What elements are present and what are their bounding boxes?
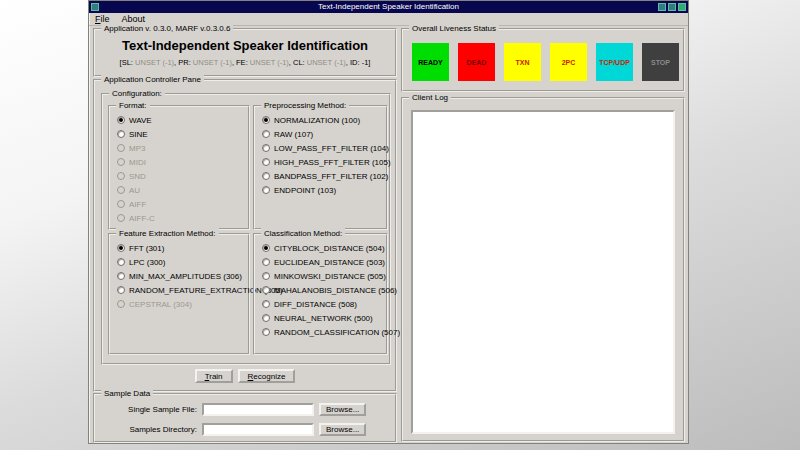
radio-endpoint-103[interactable]: ENDPOINT (103) xyxy=(255,183,386,197)
status-indicator-stop: STOP xyxy=(642,43,679,81)
status-indicator-tcp-udp: TCP/UDP xyxy=(596,43,633,81)
radio-min-max-amplitudes-306[interactable]: MIN_MAX_AMPLITUDES (306) xyxy=(110,269,248,283)
maximize-icon[interactable] xyxy=(668,3,676,11)
radio-label: MP3 xyxy=(129,144,145,153)
radio-label: EUCLIDEAN_DISTANCE (503) xyxy=(274,258,385,267)
app-heading: Text-Independent Speaker Identification xyxy=(95,38,395,53)
train-button[interactable]: Train xyxy=(195,369,233,383)
samples-directory-row: Samples Directory: Browse... xyxy=(95,423,395,436)
controller-pane: Application Controller Pane Configuratio… xyxy=(93,79,397,392)
radio-raw-107[interactable]: RAW (107) xyxy=(255,127,386,141)
window-content: Application v. 0.3.0, MARF v.0.3.0.6 Tex… xyxy=(89,27,688,443)
radio-label: LOW_PASS_FFT_FILTER (104) xyxy=(274,144,389,153)
format-group: Format: WAVESINEMP3MIDISNDAUAIFFAIFF-C xyxy=(108,105,250,230)
close-icon[interactable] xyxy=(678,3,686,11)
radio-button-icon xyxy=(262,116,270,124)
radio-label: FFT (301) xyxy=(129,244,164,253)
radio-normalization-100[interactable]: NORMALIZATION (100) xyxy=(255,113,386,127)
recognize-button[interactable]: Recognize xyxy=(238,369,296,383)
liveness-indicators: READYDEADTXN2PCTCP/UDPSTOP xyxy=(412,43,679,81)
radio-button-icon xyxy=(117,214,125,222)
radio-aiff-c: AIFF-C xyxy=(110,211,248,225)
radio-label: CEPSTRAL (304) xyxy=(129,300,192,309)
radio-button-icon xyxy=(262,272,270,280)
radio-au: AU xyxy=(110,183,248,197)
radio-button-icon xyxy=(262,130,270,138)
format-options: WAVESINEMP3MIDISNDAUAIFFAIFF-C xyxy=(110,107,248,225)
window-title: Text-Independent Speaker Identification xyxy=(89,1,688,13)
radio-lpc-300[interactable]: LPC (300) xyxy=(110,255,248,269)
module-status-line: [SL: UNSET (-1), PR: UNSET (-1), FE: UNS… xyxy=(95,58,395,67)
radio-random-classification-507[interactable]: RANDOM_CLASSIFICATION (507) xyxy=(255,325,386,339)
radio-button-icon xyxy=(117,272,125,280)
radio-button-icon xyxy=(117,200,125,208)
status-part: [SL: xyxy=(120,58,135,67)
radio-button-icon xyxy=(117,130,125,138)
minimize-icon[interactable] xyxy=(658,3,666,11)
app-info-border-title: Application v. 0.3.0, MARF v.0.3.0.6 xyxy=(101,23,233,34)
window-menu-icon[interactable] xyxy=(91,3,99,11)
radio-mahalanobis-distance-506[interactable]: MAHALANOBIS_DISTANCE (506) xyxy=(255,283,386,297)
preprocessing-group-title: Preprocessing Method: xyxy=(261,100,349,111)
radio-button-icon xyxy=(262,186,270,194)
status-part: , CL: xyxy=(289,58,307,67)
action-buttons: Train Recognize xyxy=(95,369,395,383)
status-part: UNSET (-1) xyxy=(250,58,289,67)
radio-high-pass-fft-filter-105[interactable]: HIGH_PASS_FFT_FILTER (105) xyxy=(255,155,386,169)
window-controls xyxy=(658,3,686,11)
status-part: UNSET (-1) xyxy=(307,58,346,67)
radio-label: MIDI xyxy=(129,158,146,167)
client-log-textarea[interactable] xyxy=(411,110,675,434)
classification-group: Classification Method: CITYBLOCK_DISTANC… xyxy=(253,233,388,355)
radio-mp3: MP3 xyxy=(110,141,248,155)
sample-data-panel: Sample Data Single Sample File: Browse..… xyxy=(93,393,397,443)
preprocessing-group: Preprocessing Method: NORMALIZATION (100… xyxy=(253,105,388,230)
radio-cityblock-distance-504[interactable]: CITYBLOCK_DISTANCE (504) xyxy=(255,241,386,255)
radio-low-pass-fft-filter-104[interactable]: LOW_PASS_FFT_FILTER (104) xyxy=(255,141,386,155)
status-indicator-2pc: 2PC xyxy=(550,43,587,81)
radio-button-icon xyxy=(262,300,270,308)
client-log-panel: Client Log xyxy=(401,97,685,442)
radio-fft-301[interactable]: FFT (301) xyxy=(110,241,248,255)
window-titlebar[interactable]: Text-Independent Speaker Identification xyxy=(89,1,688,13)
radio-random-feature-extraction-305[interactable]: RANDOM_FEATURE_EXTRACTION (305) xyxy=(110,283,248,297)
radio-label: NORMALIZATION (100) xyxy=(274,116,360,125)
radio-wave[interactable]: WAVE xyxy=(110,113,248,127)
feature-extraction-group: Feature Extraction Method: FFT (301)LPC … xyxy=(108,233,250,355)
radio-label: AIFF-C xyxy=(129,214,155,223)
samples-directory-input[interactable] xyxy=(202,423,314,436)
classification-group-title: Classification Method: xyxy=(261,228,345,239)
format-group-title: Format: xyxy=(116,100,150,111)
radio-button-icon xyxy=(117,286,125,294)
status-part: , ID: -1] xyxy=(346,58,371,67)
desktop: Text-Independent Speaker Identification … xyxy=(0,0,800,450)
liveness-panel: Overall Liveness Status READYDEADTXN2PCT… xyxy=(401,28,685,92)
radio-snd: SND xyxy=(110,169,248,183)
radio-diff-distance-508[interactable]: DIFF_DISTANCE (508) xyxy=(255,297,386,311)
app-window: Text-Independent Speaker Identification … xyxy=(88,0,689,444)
radio-minkowski-distance-505[interactable]: MINKOWSKI_DISTANCE (505) xyxy=(255,269,386,283)
radio-label: HIGH_PASS_FFT_FILTER (105) xyxy=(274,158,391,167)
browse-file-button[interactable]: Browse... xyxy=(319,403,366,416)
app-info-panel: Application v. 0.3.0, MARF v.0.3.0.6 Tex… xyxy=(93,28,397,77)
single-sample-file-input[interactable] xyxy=(202,403,314,416)
radio-button-icon xyxy=(117,116,125,124)
radio-bandpass-fft-filter-102[interactable]: BANDPASS_FFT_FILTER (102) xyxy=(255,169,386,183)
radio-sine[interactable]: SINE xyxy=(110,127,248,141)
radio-label: MINKOWSKI_DISTANCE (505) xyxy=(274,272,386,281)
radio-label: AU xyxy=(129,186,140,195)
sample-data-border-title: Sample Data xyxy=(101,388,153,399)
radio-neural-network-500[interactable]: NEURAL_NETWORK (500) xyxy=(255,311,386,325)
browse-directory-button[interactable]: Browse... xyxy=(319,423,366,436)
radio-button-icon xyxy=(262,158,270,166)
radio-aiff: AIFF xyxy=(110,197,248,211)
status-indicator-txn: TXN xyxy=(504,43,541,81)
preprocessing-options: NORMALIZATION (100)RAW (107)LOW_PASS_FFT… xyxy=(255,107,386,197)
controller-border-title: Application Controller Pane xyxy=(101,74,204,85)
radio-label: SND xyxy=(129,172,146,181)
single-sample-file-label: Single Sample File: xyxy=(95,405,197,414)
client-log-border-title: Client Log xyxy=(409,92,451,103)
radio-euclidean-distance-503[interactable]: EUCLIDEAN_DISTANCE (503) xyxy=(255,255,386,269)
radio-button-icon xyxy=(262,244,270,252)
configuration-border-title: Configuration: xyxy=(109,88,165,99)
